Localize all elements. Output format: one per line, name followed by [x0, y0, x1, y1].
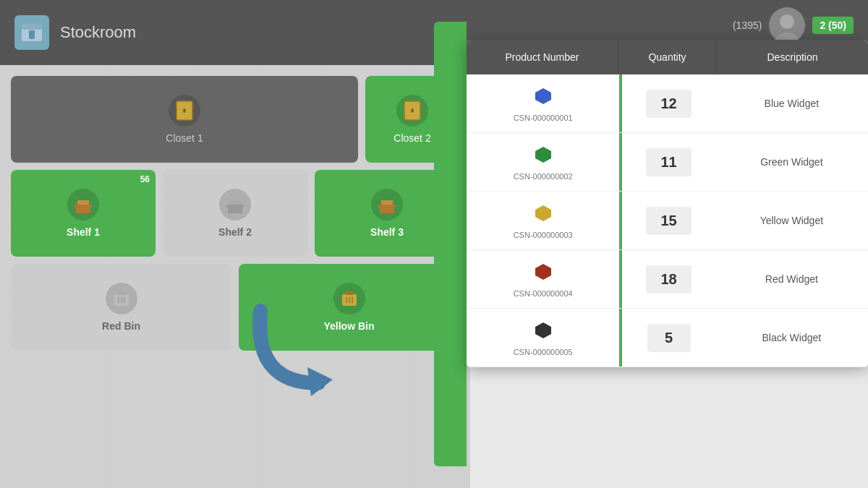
product-gem-3 — [532, 260, 555, 286]
svg-rect-1 — [22, 24, 42, 30]
table-row[interactable]: CSN-000000002 11 Green Widget — [467, 133, 868, 192]
svg-rect-19 — [380, 207, 394, 213]
td-description-4: Black Widget — [715, 322, 868, 354]
svg-rect-11 — [75, 205, 92, 207]
td-quantity-4: 5 — [622, 314, 715, 362]
arrow-indicator — [239, 289, 354, 405]
closet-1-icon — [169, 95, 200, 127]
svg-rect-15 — [229, 200, 241, 205]
quantity-box-0: 12 — [646, 90, 691, 118]
closet-row: Closet 1 144 Closet 2 — [11, 76, 459, 163]
product-csn-4: CSN-000000005 — [514, 348, 573, 356]
table-row[interactable]: CSN-000000001 12 Blue Widget — [467, 74, 868, 133]
svg-point-7 — [184, 110, 186, 112]
td-product-3: CSN-000000004 — [467, 250, 622, 308]
svg-rect-18 — [381, 200, 393, 205]
product-gem-2 — [532, 202, 555, 228]
td-quantity-0: 12 — [622, 80, 715, 128]
total-count: (1395) — [733, 20, 762, 31]
shelf-1-badge: 56 — [140, 174, 150, 184]
page-title: Stockroom — [60, 23, 136, 42]
td-description-2: Yellow Widget — [715, 205, 868, 236]
quantity-box-3: 18 — [646, 265, 691, 294]
svg-rect-16 — [228, 207, 242, 213]
closet-2-label: Closet 2 — [393, 132, 430, 144]
bin-row: Red Bin 324 Yellow Bin — [11, 264, 459, 351]
th-description: Description — [717, 40, 868, 74]
th-quantity: Quantity — [618, 40, 717, 74]
th-product-number: Product Number — [467, 40, 618, 74]
svg-point-10 — [412, 110, 414, 112]
product-csn-3: CSN-000000004 — [514, 289, 573, 298]
quantity-box-2: 15 — [646, 207, 691, 235]
td-quantity-2: 15 — [622, 197, 715, 245]
closet-1-label: Closet 1 — [166, 132, 203, 144]
td-product-0: CSN-000000001 — [467, 74, 622, 132]
product-gem-0 — [532, 85, 555, 111]
product-csn-0: CSN-000000001 — [514, 114, 573, 122]
svg-marker-30 — [307, 367, 333, 396]
shelf-3-icon — [371, 189, 403, 221]
app-logo — [14, 15, 49, 50]
svg-rect-21 — [117, 291, 126, 295]
svg-rect-2 — [29, 30, 35, 39]
product-gem-1 — [532, 143, 555, 169]
td-product-1: CSN-000000002 — [467, 133, 622, 191]
table-header: Product Number Quantity Description — [467, 40, 868, 74]
table-row[interactable]: CSN-000000003 15 Yellow Widget — [467, 192, 868, 250]
table-body: CSN-000000001 12 Blue Widget CSN-0000000… — [467, 74, 868, 367]
header-right: (1395) 2 (50) — [733, 7, 854, 43]
svg-point-3 — [780, 14, 794, 29]
header-badge[interactable]: 2 (50) — [812, 17, 854, 34]
closet-1-tile[interactable]: Closet 1 — [11, 76, 358, 163]
svg-rect-12 — [77, 200, 89, 205]
td-product-4: CSN-000000005 — [467, 309, 622, 367]
td-description-0: Blue Widget — [715, 87, 868, 119]
shelf-1-label: Shelf 1 — [67, 226, 100, 238]
red-bin-tile[interactable]: Red Bin — [11, 264, 231, 351]
shelf-2-label: Shelf 2 — [218, 226, 252, 238]
table-row[interactable]: CSN-000000005 5 Black Widget — [467, 309, 868, 367]
shelf-3-label: Shelf 3 — [370, 226, 404, 238]
product-csn-2: CSN-000000003 — [514, 231, 573, 239]
shelf-2-icon — [219, 189, 251, 221]
back-panel — [434, 22, 467, 466]
red-bin-icon — [106, 283, 137, 314]
td-description-3: Red Widget — [715, 263, 868, 295]
table-row[interactable]: CSN-000000004 18 Red Widget — [467, 250, 868, 309]
shelf-2-tile[interactable]: Shelf 2 — [163, 170, 307, 257]
red-bin-label: Red Bin — [102, 320, 140, 332]
shelf-row: 56 Shelf 1 Shelf 2 646 — [11, 170, 459, 257]
svg-rect-17 — [378, 205, 396, 207]
stockroom-grid: Closet 1 144 Closet 2 56 — [0, 65, 470, 488]
inventory-table-panel: Product Number Quantity Description CSN-… — [467, 40, 868, 367]
svg-rect-13 — [76, 207, 90, 213]
closet-2-icon — [396, 95, 428, 127]
quantity-box-1: 11 — [646, 148, 691, 176]
td-product-2: CSN-000000003 — [467, 192, 622, 249]
product-gem-4 — [532, 319, 555, 345]
td-quantity-1: 11 — [622, 138, 715, 187]
td-quantity-3: 18 — [622, 255, 715, 304]
svg-rect-14 — [226, 205, 244, 207]
avatar[interactable] — [769, 7, 805, 43]
quantity-box-4: 5 — [647, 324, 691, 352]
shelf-1-tile[interactable]: 56 Shelf 1 — [11, 170, 156, 257]
shelf-1-icon — [67, 189, 99, 221]
product-csn-1: CSN-000000002 — [514, 172, 573, 181]
td-description-1: Green Widget — [715, 146, 868, 178]
